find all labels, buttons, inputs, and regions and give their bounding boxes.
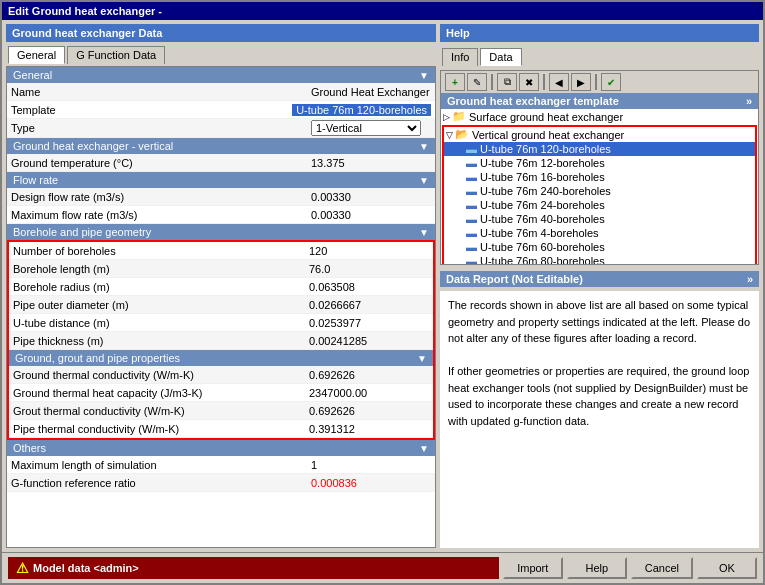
toolbar-prev-btn[interactable]: ◀: [549, 73, 569, 91]
right-panel: Help Info Data + ✎ ⧉ ✖ ◀ ▶: [440, 24, 759, 548]
toolbar-confirm-btn[interactable]: ✔: [601, 73, 621, 91]
row-template: Template U-tube 76m 120-boreholes: [7, 101, 435, 119]
tab-gfunction[interactable]: G Function Data: [67, 46, 165, 64]
tree-item-16[interactable]: ▬ U-tube 76m 16-boreholes: [444, 170, 755, 184]
section-groundpipe-arrow[interactable]: ▼: [417, 353, 427, 364]
row-max-flow: Maximum flow rate (m3/s) 0.00330: [7, 206, 435, 224]
doc-icon-80: ▬: [466, 255, 477, 264]
tree-header: Ground heat exchanger template »: [441, 93, 758, 109]
row-ground-temp: Ground temperature (°C) 13.375: [7, 154, 435, 172]
data-tab-content: + ✎ ⧉ ✖ ◀ ▶ ✔ Ground heat exchanger temp…: [440, 70, 759, 265]
toolbar-add-btn[interactable]: +: [445, 73, 465, 91]
row-ground-cond: Ground thermal conductivity (W/m-K) 0.69…: [9, 366, 433, 384]
row-grout-cond: Grout thermal conductivity (W/m-K) 0.692…: [9, 402, 433, 420]
section-borehole-arrow[interactable]: ▼: [419, 227, 429, 238]
row-max-sim: Maximum length of simulation 1: [7, 456, 435, 474]
tab-general[interactable]: General: [8, 46, 65, 64]
section-flow-arrow[interactable]: ▼: [419, 175, 429, 186]
folder-icon-surface: 📁: [452, 110, 466, 123]
tree-item-12[interactable]: ▬ U-tube 76m 12-boreholes: [444, 156, 755, 170]
toolbar-next-btn[interactable]: ▶: [571, 73, 591, 91]
main-content: Ground heat exchanger Data General G Fun…: [2, 20, 763, 552]
cancel-button[interactable]: Cancel: [631, 557, 693, 579]
tree-vertical-folder[interactable]: ▽ 📂 Vertical ground heat exchanger: [444, 127, 755, 142]
tree-item-120[interactable]: ▬ U-tube 76m 120-boreholes: [444, 142, 755, 156]
ok-button[interactable]: OK: [697, 557, 757, 579]
window-title: Edit Ground heat exchanger -: [8, 5, 162, 17]
help-tabs: Info Data: [440, 46, 759, 66]
borehole-highlight: Number of boreholes 120 Borehole length …: [7, 240, 435, 440]
toolbar: + ✎ ⧉ ✖ ◀ ▶ ✔: [441, 71, 758, 93]
left-panel: Ground heat exchanger Data General G Fun…: [6, 24, 436, 548]
help-button[interactable]: Help: [567, 557, 627, 579]
row-borehole-radius: Borehole radius (m) 0.063508: [9, 278, 433, 296]
tree-item-4[interactable]: ▬ U-tube 76m 4-boreholes: [444, 226, 755, 240]
row-design-flow: Design flow rate (m3/s) 0.00330: [7, 188, 435, 206]
row-gfunction-ratio: G-function reference ratio 0.000836: [7, 474, 435, 492]
left-panel-title: Ground heat exchanger Data: [6, 24, 436, 42]
tree-area[interactable]: ▷ 📁 Surface ground heat exchanger ▽ 📂 Ve…: [441, 109, 758, 264]
row-ground-heat: Ground thermal heat capacity (J/m3-K) 23…: [9, 384, 433, 402]
section-general-header: General ▼: [7, 67, 435, 83]
data-report-label: Data Report (Not Editable): [446, 273, 583, 285]
expand-icon-vertical: ▽: [446, 130, 453, 140]
title-bar: Edit Ground heat exchanger -: [2, 2, 763, 20]
toolbar-copy-btn[interactable]: ⧉: [497, 73, 517, 91]
tree-item-60[interactable]: ▬ U-tube 76m 60-boreholes: [444, 240, 755, 254]
bottom-bar: ⚠ Model data <admin> Import Help Cancel …: [2, 552, 763, 583]
toolbar-edit-btn[interactable]: ✎: [467, 73, 487, 91]
section-general-arrow[interactable]: ▼: [419, 70, 429, 81]
doc-icon-12: ▬: [466, 157, 477, 169]
data-report-area: The records shown in above list are all …: [440, 291, 759, 548]
tree-item-80[interactable]: ▬ U-tube 76m 80-boreholes: [444, 254, 755, 264]
doc-icon-120: ▬: [466, 143, 477, 155]
expand-icon-surface: ▷: [443, 112, 450, 122]
toolbar-delete-btn[interactable]: ✖: [519, 73, 539, 91]
template-value[interactable]: U-tube 76m 120-boreholes: [292, 104, 431, 116]
form-area: General ▼ Name Ground Heat Exchanger Tem…: [6, 66, 436, 548]
model-info-label: Model data <admin>: [33, 562, 139, 574]
warning-icon: ⚠: [16, 560, 29, 576]
type-select[interactable]: 1-Vertical: [311, 120, 421, 136]
row-pipe-outer: Pipe outer diameter (m) 0.0266667: [9, 296, 433, 314]
toolbar-sep1: [491, 74, 493, 90]
tree-surface[interactable]: ▷ 📁 Surface ground heat exchanger: [441, 109, 758, 124]
data-report-expand[interactable]: »: [747, 273, 753, 285]
tree-item-40[interactable]: ▬ U-tube 76m 40-boreholes: [444, 212, 755, 226]
toolbar-sep3: [595, 74, 597, 90]
row-borehole-length: Borehole length (m) 76.0: [9, 260, 433, 278]
tree-header-label: Ground heat exchanger template: [447, 95, 619, 107]
section-others-arrow[interactable]: ▼: [419, 443, 429, 454]
help-header: Help: [440, 24, 759, 42]
tree-item-24[interactable]: ▬ U-tube 76m 24-boreholes: [444, 198, 755, 212]
tab-info[interactable]: Info: [442, 48, 478, 66]
row-pipe-cond: Pipe thermal conductivity (W/m-K) 0.3913…: [9, 420, 433, 438]
doc-icon-16: ▬: [466, 171, 477, 183]
data-report-para1: The records shown in above list are all …: [448, 297, 751, 347]
section-ground-arrow[interactable]: ▼: [419, 141, 429, 152]
folder-icon-vertical: 📂: [455, 128, 469, 141]
vertical-group-highlight: ▽ 📂 Vertical ground heat exchanger ▬ U-t…: [442, 125, 757, 264]
section-flowrate-header: Flow rate ▼: [7, 172, 435, 188]
row-num-boreholes: Number of boreholes 120: [9, 242, 433, 260]
section-ground-vertical-header: Ground heat exchanger - vertical ▼: [7, 138, 435, 154]
toolbar-sep2: [543, 74, 545, 90]
doc-icon-40: ▬: [466, 213, 477, 225]
doc-icon-24: ▬: [466, 199, 477, 211]
import-button[interactable]: Import: [503, 557, 563, 579]
tree-item-240[interactable]: ▬ U-tube 76m 240-boreholes: [444, 184, 755, 198]
section-borehole-header: Borehole and pipe geometry ▼: [7, 224, 435, 240]
main-window: Edit Ground heat exchanger - Ground heat…: [0, 0, 765, 585]
tree-header-expand[interactable]: »: [746, 95, 752, 107]
data-report-para2: If other geometries or properties are re…: [448, 363, 751, 429]
doc-icon-4: ▬: [466, 227, 477, 239]
row-type: Type 1-Vertical: [7, 119, 435, 138]
tab-data[interactable]: Data: [480, 48, 521, 66]
model-info: ⚠ Model data <admin>: [8, 557, 499, 579]
tabs-bar: General G Function Data: [6, 44, 436, 64]
section-groundpipe-header: Ground, grout and pipe properties ▼: [9, 350, 433, 366]
data-report-header: Data Report (Not Editable) »: [440, 271, 759, 287]
doc-icon-240: ▬: [466, 185, 477, 197]
row-pipe-thickness: Pipe thickness (m) 0.00241285: [9, 332, 433, 350]
section-others-header: Others ▼: [7, 440, 435, 456]
